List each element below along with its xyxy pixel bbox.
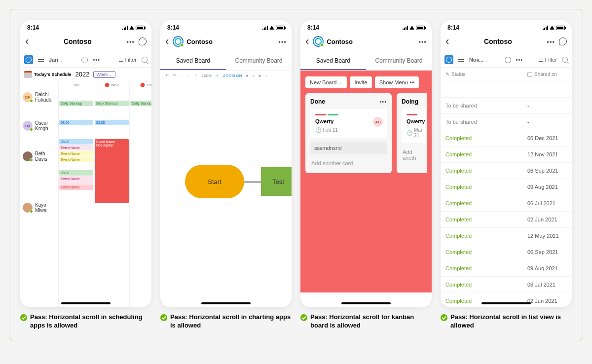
event[interactable]: Daily Standup	[130, 101, 151, 106]
list-row[interactable]: Completed12 May 2021	[441, 228, 572, 244]
more-icon[interactable]: •••	[547, 38, 555, 45]
phone-kanban: 8:14 ‹ Contoso ••• Saved Board Community…	[300, 20, 432, 307]
tab-saved-board[interactable]: Saved Board	[160, 52, 226, 70]
more-icon[interactable]: •••	[278, 38, 287, 45]
node-test[interactable]: Test	[261, 167, 292, 196]
circle-icon[interactable]	[505, 57, 511, 63]
filter-button[interactable]: ☰ Filter	[118, 57, 137, 63]
help-icon[interactable]: ○	[265, 73, 267, 78]
menu-icon[interactable]	[458, 58, 464, 62]
event[interactable]: Event NameDescription	[95, 139, 129, 203]
list-row[interactable]: Completed06 Sep 2021	[441, 244, 572, 260]
event[interactable]: Event Name	[59, 176, 93, 184]
event[interactable]: 08:00	[59, 120, 93, 125]
list-row[interactable]: -	[441, 81, 572, 98]
home-indicator	[341, 302, 391, 304]
list-row[interactable]: To be shared-	[441, 114, 572, 130]
list-row[interactable]: Completed06 Sep 2021	[441, 163, 572, 179]
list-row[interactable]: Completed09 Aug 2021	[441, 260, 572, 277]
event[interactable]: Event Name	[59, 145, 93, 150]
list-row[interactable]: Completed02 Jun 2021	[441, 212, 572, 228]
phone-list: 8:14 ‹ Contoso ••• Nov... ⌄ ••• ☰ Filter…	[441, 20, 572, 307]
column-kanban: 8:14 ‹ Contoso ••• Saved Board Community…	[300, 20, 432, 330]
clock-icon: 🕑	[315, 127, 321, 133]
new-board-button[interactable]: New Board ⌄	[305, 76, 347, 88]
card-text-input[interactable]: sssmdnsnd	[310, 142, 387, 154]
kanban-lists[interactable]: Done••• Qwerty 🕑Feb 11 AB sssmdnsnd Add …	[305, 93, 427, 173]
toolbar-more-icon[interactable]: •••	[93, 57, 100, 63]
undo-icon[interactable]: ↶	[165, 73, 169, 78]
person-row[interactable]: DFDaichi Fukuda	[20, 89, 58, 106]
list-row[interactable]: Completed06 Jul 2021	[441, 277, 572, 293]
back-icon[interactable]: ‹	[445, 35, 449, 48]
event[interactable]: 08:00	[59, 139, 93, 145]
back-icon[interactable]: ‹	[165, 35, 169, 48]
more-icon[interactable]: •••	[126, 38, 135, 45]
filter-button[interactable]: ☰ Filter	[538, 57, 557, 63]
search-icon[interactable]	[142, 57, 148, 63]
more-icon[interactable]: •••	[418, 38, 427, 45]
app-logo-icon[interactable]	[444, 55, 453, 64]
battery-icon	[136, 26, 145, 30]
status-bar: 8:14	[300, 20, 432, 33]
tab-saved-board[interactable]: Saved Board	[300, 52, 366, 70]
event[interactable]: Event Name	[59, 184, 93, 190]
person-row[interactable]: Beth Davis	[20, 148, 58, 165]
toolbar: Nov... ⌄ ••• ☰ Filter	[441, 52, 572, 68]
list-row[interactable]: To be shared-	[441, 98, 572, 114]
chat-icon[interactable]	[559, 37, 567, 45]
calendar-icon	[527, 72, 532, 77]
month-selector[interactable]: Jan ⌄	[49, 57, 64, 63]
nav-title: Contoso	[453, 37, 543, 45]
event[interactable]: Event Name	[59, 151, 93, 156]
zoom-in-icon[interactable]: ⊕	[216, 73, 219, 78]
chart-canvas[interactable]: Start Test	[160, 81, 292, 307]
day-columns[interactable]: Tue Daily Standup 08:00 08:00 Event Name…	[59, 81, 151, 307]
event[interactable]: Daily Standup	[59, 101, 93, 106]
app-logo-icon[interactable]	[24, 55, 33, 64]
menu-icon[interactable]	[38, 58, 44, 62]
list-row[interactable]: Completed06 Dec 2021	[441, 130, 572, 146]
list-row[interactable]: Completed09 Aug 2021	[441, 179, 572, 195]
invite-button[interactable]: Invite	[350, 76, 371, 88]
list-content[interactable]: ✎Status Shared on -To be shared-To be sh…	[441, 68, 572, 307]
list-row[interactable]: Completed06 Jul 2021	[441, 195, 572, 212]
list-row[interactable]: Completed12 Nov 2021	[441, 146, 572, 163]
back-icon[interactable]: ‹	[25, 35, 29, 48]
toolbar-more-icon[interactable]: •••	[516, 57, 523, 63]
circle-icon[interactable]	[81, 57, 88, 63]
event[interactable]: Event Name	[59, 157, 93, 162]
today-schedule[interactable]: Today's Schedule	[24, 71, 72, 78]
column-scheduling: 8:14 ‹ Contoso ••• Jan ⌄ ••• ☰ Filter To…	[20, 20, 151, 330]
chat-icon[interactable]	[139, 37, 147, 45]
list-more-icon[interactable]: •••	[379, 99, 387, 105]
kanban-card[interactable]: Qwerty 🕑Feb 11 AB	[310, 109, 387, 138]
tab-community-board[interactable]: Community Board	[226, 52, 292, 70]
redo-icon[interactable]: ↷	[173, 73, 176, 78]
event[interactable]: 08:00	[95, 120, 129, 125]
person-row[interactable]: OKOscar Krogh	[20, 117, 58, 134]
list-row[interactable]: Completed02 Jun 2021	[441, 293, 572, 307]
kanban-content: New Board ⌄ Invite Show Menu ••• Done•••…	[300, 71, 432, 307]
pass-icon	[300, 314, 307, 321]
phone-scheduling: 8:14 ‹ Contoso ••• Jan ⌄ ••• ☰ Filter To…	[20, 20, 151, 307]
kanban-card[interactable]: Qwerty 🕑Mar 21	[402, 109, 426, 143]
zoom-toggle[interactable]: ZOOM ON	[223, 73, 242, 78]
zoom-out-icon[interactable]: ⊖	[194, 73, 198, 78]
status-column-icon: ✎	[445, 72, 449, 77]
event[interactable]: 08:00	[59, 170, 93, 176]
app-logo-icon	[173, 36, 184, 47]
add-card-button[interactable]: Add anoth	[402, 147, 426, 163]
schedule-content[interactable]: Today's Schedule 2022 Week ⌄ DFDaichi Fu…	[20, 68, 151, 307]
add-card-button[interactable]: Add another card	[310, 158, 387, 168]
back-icon[interactable]: ‹	[305, 35, 309, 48]
view-selector[interactable]: Week ⌄	[93, 71, 115, 78]
tab-community-board[interactable]: Community Board	[366, 52, 432, 70]
event[interactable]: Daily Standup	[95, 101, 129, 106]
node-start[interactable]: Start	[185, 165, 244, 198]
show-menu-button[interactable]: Show Menu •••	[375, 76, 419, 88]
person-row[interactable]: Kayo Miwa	[20, 199, 58, 216]
month-selector[interactable]: Nov... ⌄	[469, 57, 489, 63]
search-icon[interactable]	[562, 57, 568, 63]
chart-toolbar: ↶ ↷ ○— ⊖ 100% ⊕ ZOOM ON ●●● ○	[160, 71, 292, 81]
